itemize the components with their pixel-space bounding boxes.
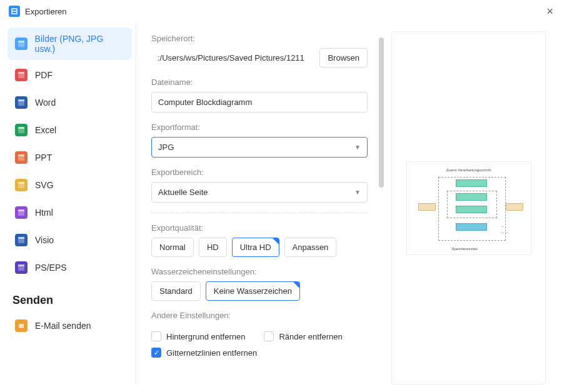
range-value: Aktuelle Seite <box>158 188 208 197</box>
watermark-label: Wasserzeicheneinstellungen: <box>151 267 368 276</box>
quality-option-normal[interactable]: Normal <box>151 238 194 257</box>
format-select[interactable]: JPG ▼ <box>151 137 368 158</box>
svg-rect-7 <box>18 127 24 129</box>
remove-grid-label: Gitternetzlinien entfernen <box>166 348 257 358</box>
sidebar-item-pdf[interactable]: PDF <box>8 63 132 88</box>
preview-thumbnail: Zuerst Verarbeitungsschritt → - - → Spei… <box>406 161 531 255</box>
remove-margins-label: Ränder entfernen <box>279 332 342 341</box>
svg-rect-9 <box>18 154 24 156</box>
chevron-down-icon: ▼ <box>354 144 361 151</box>
quality-option-anpassen[interactable]: Anpassen <box>284 238 337 257</box>
sidebar-item-word[interactable]: Word <box>8 90 132 115</box>
format-label: Exportformat: <box>151 123 368 132</box>
remove-grid-checkbox[interactable]: ✓ <box>151 348 161 358</box>
remove-bg-checkbox[interactable] <box>151 331 161 341</box>
watermark-option-0[interactable]: Standard <box>151 281 201 301</box>
svg-rect-1 <box>18 41 24 43</box>
sidebar-item-ppt[interactable]: PPT <box>8 145 132 170</box>
sidebar-item-label: SVG <box>35 180 54 190</box>
svg-rect-15 <box>18 237 24 239</box>
quality-option-ultra-hd[interactable]: Ultra HD <box>232 238 279 257</box>
email-icon: ✉ <box>15 319 28 332</box>
sidebar-item-svg[interactable]: SVG <box>8 173 132 198</box>
other-label: Andere Einstellungen: <box>151 311 368 320</box>
sidebar-item-label: Html <box>35 208 53 218</box>
format-icon <box>15 69 28 81</box>
sidebar-item-label: PPT <box>35 153 52 163</box>
export-form: Speicherort: :/Users/ws/Pictures/Saved P… <box>151 31 376 384</box>
filename-input[interactable] <box>151 92 368 113</box>
format-value: JPG <box>158 143 174 152</box>
sidebar: Bilder (PNG, JPG usw.)PDFWordExcelPPTSVG… <box>8 23 136 384</box>
format-icon <box>15 124 28 136</box>
chevron-down-icon: ▼ <box>354 189 361 196</box>
sidebar-item-label: PDF <box>35 70 53 80</box>
sidebar-item-html[interactable]: Html <box>8 200 132 225</box>
app-icon <box>9 6 20 17</box>
scrollbar[interactable] <box>379 31 385 384</box>
window-title: Exportieren <box>25 7 66 16</box>
filename-label: Dateiname: <box>151 78 368 87</box>
quality-option-hd[interactable]: HD <box>199 238 227 257</box>
sidebar-item-label: Bilder (PNG, JPG usw.) <box>35 34 124 54</box>
location-path: :/Users/ws/Pictures/Saved Pictures/1211 <box>151 48 314 68</box>
svg-rect-3 <box>18 72 24 74</box>
range-select[interactable]: Aktuelle Seite ▼ <box>151 182 368 203</box>
location-label: Speicherort: <box>151 34 368 43</box>
svg-rect-11 <box>18 182 24 184</box>
sidebar-item-visio[interactable]: Visio <box>8 228 132 253</box>
sidebar-item-label: E-Mail senden <box>35 321 91 331</box>
sidebar-item-ps/eps[interactable]: PS/EPS <box>8 255 132 280</box>
remove-bg-label: Hintergrund entfernen <box>166 332 245 341</box>
remove-margins-checkbox[interactable] <box>264 331 274 341</box>
svg-rect-17 <box>18 264 24 266</box>
format-icon <box>15 38 28 50</box>
svg-rect-5 <box>18 99 24 101</box>
sidebar-item-label: PS/EPS <box>35 263 67 273</box>
sidebar-item-label: Excel <box>35 125 56 135</box>
watermark-option-1[interactable]: Keine Wasserzeichen <box>206 281 300 301</box>
sidebar-item-excel[interactable]: Excel <box>8 118 132 143</box>
range-label: Exportbereich: <box>151 168 368 177</box>
sidebar-item-bilder[interactable]: Bilder (PNG, JPG usw.) <box>8 28 132 60</box>
format-icon <box>15 234 28 246</box>
format-icon <box>15 206 28 219</box>
preview-panel: Zuerst Verarbeitungsschritt → - - → Spei… <box>391 31 546 384</box>
svg-rect-13 <box>18 209 24 211</box>
sidebar-item-label: Word <box>35 98 56 108</box>
format-icon <box>15 179 28 191</box>
close-icon[interactable]: × <box>546 6 553 17</box>
titlebar: Exportieren × <box>0 0 562 23</box>
sidebar-item-label: Visio <box>35 235 54 245</box>
format-icon <box>15 96 28 109</box>
browse-button[interactable]: Browsen <box>319 48 368 68</box>
sidebar-item-email[interactable]: ✉ E-Mail senden <box>8 313 132 338</box>
format-icon <box>15 261 28 274</box>
send-heading: Senden <box>13 294 132 307</box>
quality-label: Exportqualität: <box>151 223 368 233</box>
format-icon <box>15 151 28 164</box>
